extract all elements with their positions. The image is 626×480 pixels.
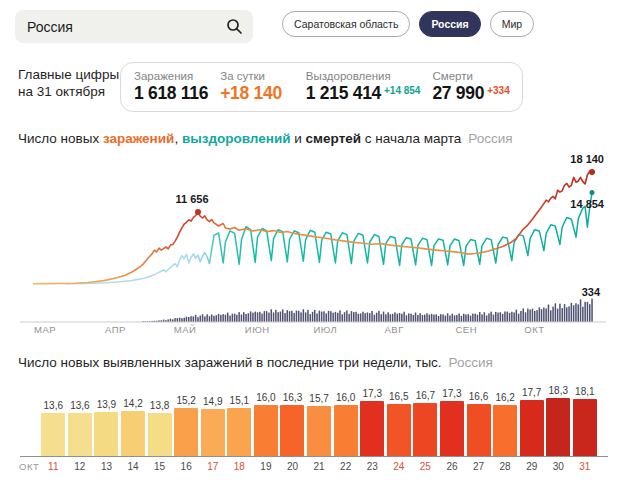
death-bar[interactable]	[516, 310, 518, 322]
death-bar[interactable]	[202, 314, 204, 322]
death-bar[interactable]	[401, 314, 403, 322]
death-bar[interactable]	[335, 312, 337, 322]
search-icon[interactable]	[226, 18, 243, 35]
death-bar[interactable]	[397, 314, 399, 322]
death-bar[interactable]	[287, 310, 289, 322]
death-bar[interactable]	[284, 313, 286, 322]
death-bar[interactable]	[296, 311, 298, 323]
death-bar[interactable]	[445, 316, 447, 323]
death-bar[interactable]	[545, 309, 547, 323]
region-tab-1[interactable]: Россия	[419, 11, 480, 37]
death-bar[interactable]	[216, 315, 218, 322]
death-bar[interactable]	[490, 312, 492, 322]
death-bar[interactable]	[447, 313, 449, 322]
death-bar[interactable]	[477, 315, 479, 322]
death-bar[interactable]	[209, 316, 211, 322]
death-bar[interactable]	[589, 304, 591, 322]
death-bar[interactable]	[351, 311, 353, 322]
death-bar[interactable]	[582, 307, 584, 322]
death-bar[interactable]	[532, 309, 534, 322]
death-bar[interactable]	[218, 314, 220, 322]
death-bar[interactable]	[383, 312, 385, 322]
death-bar[interactable]	[229, 316, 231, 322]
bar[interactable]	[201, 409, 225, 457]
death-bar[interactable]	[213, 316, 215, 322]
death-bar[interactable]	[541, 309, 543, 322]
death-bar[interactable]	[234, 314, 236, 322]
death-bar[interactable]	[232, 314, 234, 322]
death-bar[interactable]	[413, 315, 415, 322]
infections-line[interactable]	[33, 171, 592, 284]
death-bar[interactable]	[371, 311, 373, 322]
death-bar[interactable]	[298, 311, 300, 322]
death-bar[interactable]	[305, 312, 307, 322]
death-bar[interactable]	[282, 309, 284, 322]
death-bar[interactable]	[289, 311, 291, 322]
bar[interactable]	[307, 406, 331, 457]
death-bar[interactable]	[548, 305, 550, 323]
bar[interactable]	[360, 401, 384, 457]
death-bar[interactable]	[504, 312, 506, 323]
death-bar[interactable]	[527, 309, 529, 322]
death-bar[interactable]	[500, 312, 502, 322]
death-bar[interactable]	[348, 314, 350, 322]
death-bar[interactable]	[458, 314, 460, 323]
death-bar[interactable]	[177, 318, 179, 322]
death-bar[interactable]	[486, 316, 488, 323]
death-bar[interactable]	[442, 314, 444, 322]
death-bar[interactable]	[381, 314, 383, 322]
death-bar[interactable]	[534, 311, 536, 322]
death-bar[interactable]	[523, 309, 525, 323]
death-bar[interactable]	[580, 299, 582, 322]
death-bar[interactable]	[321, 312, 323, 322]
death-bar[interactable]	[562, 308, 564, 322]
death-bar[interactable]	[394, 312, 396, 322]
death-bar[interactable]	[426, 313, 428, 322]
death-bar[interactable]	[481, 314, 483, 322]
bar[interactable]	[68, 413, 92, 457]
death-bar[interactable]	[314, 310, 316, 322]
death-bar[interactable]	[211, 314, 213, 322]
death-bar[interactable]	[204, 316, 206, 322]
death-bar[interactable]	[248, 313, 250, 322]
death-bar[interactable]	[429, 315, 431, 322]
bar[interactable]	[94, 412, 118, 457]
death-bar[interactable]	[277, 312, 279, 322]
death-bar[interactable]	[529, 310, 531, 323]
bar[interactable]	[413, 403, 437, 457]
death-bar[interactable]	[222, 314, 224, 322]
death-bar[interactable]	[454, 315, 456, 322]
death-bar[interactable]	[424, 315, 426, 322]
death-bar[interactable]	[392, 314, 394, 322]
bar[interactable]	[520, 400, 544, 457]
death-bar[interactable]	[337, 313, 339, 322]
death-bar[interactable]	[353, 312, 355, 322]
death-bar[interactable]	[378, 311, 380, 322]
death-bar[interactable]	[571, 303, 573, 322]
death-bar[interactable]	[236, 315, 238, 322]
death-bar[interactable]	[273, 312, 275, 322]
death-bar[interactable]	[578, 304, 580, 322]
death-bar[interactable]	[369, 313, 371, 322]
death-bar[interactable]	[525, 312, 527, 322]
death-bar[interactable]	[470, 316, 472, 322]
death-bar[interactable]	[355, 312, 357, 322]
death-bar[interactable]	[507, 312, 509, 323]
death-bar[interactable]	[339, 310, 341, 322]
bar[interactable]	[334, 405, 358, 457]
bar[interactable]	[41, 413, 65, 457]
death-bar[interactable]	[197, 317, 199, 322]
death-bar[interactable]	[568, 306, 570, 322]
death-bar[interactable]	[257, 312, 259, 322]
death-bar[interactable]	[266, 311, 268, 322]
death-bar[interactable]	[376, 313, 378, 322]
death-bar[interactable]	[323, 311, 325, 322]
death-bar[interactable]	[536, 310, 538, 322]
death-bar[interactable]	[472, 314, 474, 322]
region-tab-0[interactable]: Саратовская область	[282, 11, 410, 37]
death-bar[interactable]	[280, 312, 282, 323]
death-bar[interactable]	[555, 303, 557, 322]
death-bar[interactable]	[243, 312, 245, 322]
death-bar[interactable]	[241, 315, 243, 323]
death-bar[interactable]	[220, 315, 222, 322]
